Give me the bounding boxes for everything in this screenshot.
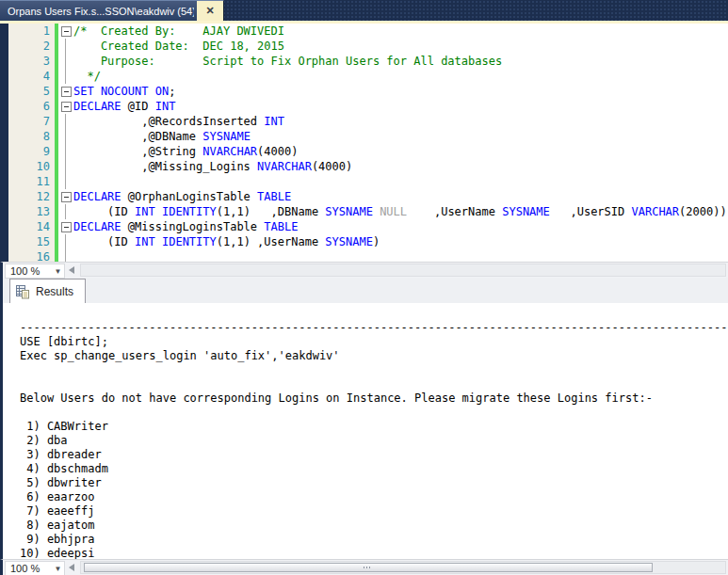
line-number: 16 bbox=[8, 249, 55, 262]
result-line: 2) dba bbox=[20, 434, 728, 448]
result-line: 7) eaeeffj bbox=[20, 504, 728, 519]
editor-bottom-bar: 100 % ▼ bbox=[0, 262, 728, 278]
fold-toggle-icon[interactable] bbox=[58, 24, 73, 39]
code-line: 13 (ID INT IDENTITY(1,1) ,DBName SYSNAME… bbox=[8, 204, 728, 219]
result-line: 1) CABWriter bbox=[20, 420, 728, 434]
code-text: ,@RecordsInserted INT bbox=[73, 114, 728, 129]
code-text: DECLARE @ID INT bbox=[73, 99, 728, 114]
editor-zoom-dropdown[interactable]: 100 % ▼ bbox=[5, 264, 65, 279]
scrollbar-grip-icon bbox=[364, 567, 372, 568]
fold-toggle-icon[interactable] bbox=[58, 99, 73, 114]
code-line: 4 */ bbox=[8, 69, 728, 84]
results-tab-label: Results bbox=[36, 285, 73, 298]
editor-hscrollbar-track[interactable] bbox=[80, 264, 726, 277]
result-line: Below Users do not have corresponding Lo… bbox=[20, 391, 728, 406]
result-line bbox=[20, 406, 728, 420]
code-text: DECLARE @OrphanLoginsTable TABLE bbox=[73, 189, 728, 204]
code-line: 16 bbox=[8, 249, 728, 262]
tab-results[interactable]: Results bbox=[9, 279, 86, 303]
result-line bbox=[20, 363, 728, 377]
code-line: 11 bbox=[8, 174, 728, 189]
results-output[interactable]: ----------------------------------------… bbox=[0, 303, 728, 559]
results-bottom-bar: 100 % ▼ bbox=[0, 559, 728, 575]
chevron-down-icon: ▼ bbox=[52, 267, 64, 276]
document-tab-bar: Orpans Users Fix.s...SSON\eakdwiv (54)) … bbox=[0, 0, 728, 21]
line-number: 4 bbox=[8, 69, 55, 84]
editor-zoom-value: 100 % bbox=[6, 265, 52, 277]
result-line: 5) dbwriter bbox=[20, 476, 728, 490]
results-zoom-value: 100 % bbox=[6, 563, 52, 574]
result-line: 9) ebhjpra bbox=[20, 533, 728, 547]
tab-close-button[interactable]: ✕ bbox=[197, 1, 223, 21]
results-grid-icon bbox=[15, 284, 30, 299]
code-text: DECLARE @MissingLoginsTable TABLE bbox=[73, 219, 728, 234]
code-text: Created Date: DEC 18, 2015 bbox=[73, 39, 728, 54]
results-zoom-dropdown[interactable]: 100 % ▼ bbox=[5, 561, 65, 575]
code-line: 15 (ID INT IDENTITY(1,1) ,UserName SYSNA… bbox=[8, 234, 728, 249]
line-number: 10 bbox=[8, 159, 55, 174]
code-line: 9 ,@String NVARCHAR(4000) bbox=[8, 144, 728, 159]
line-number: 14 bbox=[8, 219, 55, 234]
code-line: 7 ,@RecordsInserted INT bbox=[8, 114, 728, 129]
code-text: ,@DBName SYSNAME bbox=[73, 129, 728, 144]
fold-toggle-icon[interactable] bbox=[58, 219, 73, 234]
scroll-left-arrow-icon[interactable] bbox=[69, 564, 74, 571]
fold-guide-line bbox=[58, 174, 73, 189]
code-text: (ID INT IDENTITY(1,1) ,UserName SYSNAME) bbox=[73, 234, 728, 249]
code-line: 3 Purpose: Script to Fix Orphan Users fo… bbox=[8, 54, 728, 69]
fold-guide-line bbox=[58, 234, 73, 249]
fold-guide-line bbox=[58, 129, 73, 144]
result-line: 4) dbschmadm bbox=[20, 462, 728, 476]
line-number: 11 bbox=[8, 174, 55, 189]
result-line: Exec sp_change_users_login 'auto_fix','e… bbox=[20, 349, 728, 363]
fold-toggle-icon[interactable] bbox=[58, 189, 73, 204]
code-lines: 1/* Created By: AJAY DWIVEDI2 Created Da… bbox=[8, 24, 728, 262]
code-line: 12DECLARE @OrphanLoginsTable TABLE bbox=[8, 189, 728, 204]
line-number: 12 bbox=[8, 189, 55, 204]
code-text bbox=[73, 174, 728, 189]
line-number: 7 bbox=[8, 114, 55, 129]
line-number: 8 bbox=[8, 129, 55, 144]
code-line: 5SET NOCOUNT ON; bbox=[8, 84, 728, 99]
code-text: /* Created By: AJAY DWIVEDI bbox=[73, 24, 728, 39]
code-line: 6DECLARE @ID INT bbox=[8, 99, 728, 114]
fold-guide-line bbox=[58, 54, 73, 69]
fold-guide-line bbox=[58, 39, 73, 54]
result-line: 6) eaarzoo bbox=[20, 490, 728, 504]
code-text bbox=[73, 249, 728, 262]
ssms-window: Orpans Users Fix.s...SSON\eakdwiv (54)) … bbox=[0, 0, 728, 575]
fold-toggle-icon[interactable] bbox=[58, 84, 73, 99]
code-line: 1/* Created By: AJAY DWIVEDI bbox=[8, 24, 728, 39]
fold-guide-line bbox=[58, 204, 73, 219]
line-number: 13 bbox=[8, 204, 55, 219]
code-line: 2 Created Date: DEC 18, 2015 bbox=[8, 39, 728, 54]
code-text: Purpose: Script to Fix Orphan Users for … bbox=[73, 54, 728, 69]
fold-guide-line bbox=[58, 114, 73, 129]
results-hscrollbar-thumb[interactable] bbox=[84, 563, 653, 572]
line-number: 3 bbox=[8, 54, 55, 69]
fold-guide-line bbox=[58, 159, 73, 174]
code-line: 10 ,@Missing_Logins NVARCHAR(4000) bbox=[8, 159, 728, 174]
result-line: 3) dbreader bbox=[20, 448, 728, 462]
result-line: ----------------------------------------… bbox=[20, 321, 728, 335]
line-number: 2 bbox=[8, 39, 55, 54]
result-line: 10) edeepsi bbox=[20, 547, 728, 559]
line-number: 9 bbox=[8, 144, 55, 159]
result-lines: ----------------------------------------… bbox=[20, 321, 728, 559]
result-line bbox=[20, 377, 728, 391]
close-icon: ✕ bbox=[205, 5, 214, 17]
line-number: 15 bbox=[8, 234, 55, 249]
results-tab-strip: Results bbox=[0, 278, 728, 303]
fold-guide-line bbox=[58, 249, 73, 262]
code-line: 14DECLARE @MissingLoginsTable TABLE bbox=[8, 219, 728, 234]
code-text: */ bbox=[73, 69, 728, 84]
code-line: 8 ,@DBName SYSNAME bbox=[8, 129, 728, 144]
code-text: SET NOCOUNT ON; bbox=[73, 84, 728, 99]
result-line: 8) eajatom bbox=[20, 519, 728, 533]
line-number: 5 bbox=[8, 84, 55, 99]
document-tab[interactable]: Orpans Users Fix.s...SSON\eakdwiv (54)) … bbox=[0, 0, 224, 21]
results-hscrollbar-track[interactable] bbox=[80, 561, 726, 574]
sql-code-editor[interactable]: 1/* Created By: AJAY DWIVEDI2 Created Da… bbox=[0, 24, 728, 262]
fold-guide-line bbox=[58, 69, 73, 84]
scroll-left-arrow-icon[interactable] bbox=[69, 266, 74, 274]
